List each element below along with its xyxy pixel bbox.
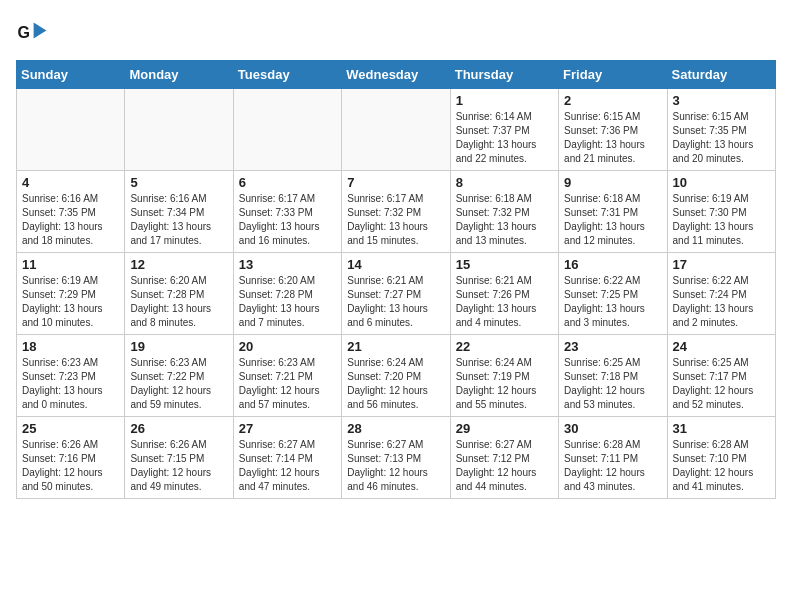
day-number: 9 (564, 175, 661, 190)
calendar-cell: 27Sunrise: 6:27 AM Sunset: 7:14 PM Dayli… (233, 417, 341, 499)
day-number: 23 (564, 339, 661, 354)
calendar-cell: 6Sunrise: 6:17 AM Sunset: 7:33 PM Daylig… (233, 171, 341, 253)
calendar-cell: 29Sunrise: 6:27 AM Sunset: 7:12 PM Dayli… (450, 417, 558, 499)
calendar-cell: 14Sunrise: 6:21 AM Sunset: 7:27 PM Dayli… (342, 253, 450, 335)
calendar-table: SundayMondayTuesdayWednesdayThursdayFrid… (16, 60, 776, 499)
day-number: 3 (673, 93, 770, 108)
day-info: Sunrise: 6:23 AM Sunset: 7:22 PM Dayligh… (130, 356, 227, 412)
day-number: 5 (130, 175, 227, 190)
day-number: 27 (239, 421, 336, 436)
day-number: 16 (564, 257, 661, 272)
calendar-cell: 7Sunrise: 6:17 AM Sunset: 7:32 PM Daylig… (342, 171, 450, 253)
day-info: Sunrise: 6:17 AM Sunset: 7:32 PM Dayligh… (347, 192, 444, 248)
day-info: Sunrise: 6:27 AM Sunset: 7:12 PM Dayligh… (456, 438, 553, 494)
day-number: 21 (347, 339, 444, 354)
calendar-cell: 17Sunrise: 6:22 AM Sunset: 7:24 PM Dayli… (667, 253, 775, 335)
header-day-friday: Friday (559, 61, 667, 89)
logo-icon: G (16, 16, 48, 48)
header-day-saturday: Saturday (667, 61, 775, 89)
calendar-cell: 16Sunrise: 6:22 AM Sunset: 7:25 PM Dayli… (559, 253, 667, 335)
day-number: 17 (673, 257, 770, 272)
day-info: Sunrise: 6:21 AM Sunset: 7:27 PM Dayligh… (347, 274, 444, 330)
day-number: 25 (22, 421, 119, 436)
day-info: Sunrise: 6:18 AM Sunset: 7:31 PM Dayligh… (564, 192, 661, 248)
calendar-cell: 3Sunrise: 6:15 AM Sunset: 7:35 PM Daylig… (667, 89, 775, 171)
day-info: Sunrise: 6:24 AM Sunset: 7:19 PM Dayligh… (456, 356, 553, 412)
calendar-cell: 28Sunrise: 6:27 AM Sunset: 7:13 PM Dayli… (342, 417, 450, 499)
header-day-wednesday: Wednesday (342, 61, 450, 89)
day-info: Sunrise: 6:20 AM Sunset: 7:28 PM Dayligh… (130, 274, 227, 330)
day-number: 28 (347, 421, 444, 436)
calendar-cell: 2Sunrise: 6:15 AM Sunset: 7:36 PM Daylig… (559, 89, 667, 171)
calendar-cell: 25Sunrise: 6:26 AM Sunset: 7:16 PM Dayli… (17, 417, 125, 499)
day-number: 30 (564, 421, 661, 436)
day-info: Sunrise: 6:26 AM Sunset: 7:15 PM Dayligh… (130, 438, 227, 494)
calendar-cell (17, 89, 125, 171)
day-info: Sunrise: 6:19 AM Sunset: 7:30 PM Dayligh… (673, 192, 770, 248)
day-number: 20 (239, 339, 336, 354)
svg-text:G: G (18, 24, 30, 41)
day-info: Sunrise: 6:19 AM Sunset: 7:29 PM Dayligh… (22, 274, 119, 330)
day-info: Sunrise: 6:21 AM Sunset: 7:26 PM Dayligh… (456, 274, 553, 330)
day-info: Sunrise: 6:22 AM Sunset: 7:24 PM Dayligh… (673, 274, 770, 330)
week-row-4: 18Sunrise: 6:23 AM Sunset: 7:23 PM Dayli… (17, 335, 776, 417)
day-info: Sunrise: 6:15 AM Sunset: 7:35 PM Dayligh… (673, 110, 770, 166)
day-number: 22 (456, 339, 553, 354)
day-number: 4 (22, 175, 119, 190)
week-row-2: 4Sunrise: 6:16 AM Sunset: 7:35 PM Daylig… (17, 171, 776, 253)
header-row: SundayMondayTuesdayWednesdayThursdayFrid… (17, 61, 776, 89)
day-info: Sunrise: 6:16 AM Sunset: 7:35 PM Dayligh… (22, 192, 119, 248)
calendar-cell: 13Sunrise: 6:20 AM Sunset: 7:28 PM Dayli… (233, 253, 341, 335)
calendar-cell: 30Sunrise: 6:28 AM Sunset: 7:11 PM Dayli… (559, 417, 667, 499)
calendar-cell: 20Sunrise: 6:23 AM Sunset: 7:21 PM Dayli… (233, 335, 341, 417)
day-info: Sunrise: 6:22 AM Sunset: 7:25 PM Dayligh… (564, 274, 661, 330)
header-day-tuesday: Tuesday (233, 61, 341, 89)
day-info: Sunrise: 6:25 AM Sunset: 7:18 PM Dayligh… (564, 356, 661, 412)
calendar-cell: 10Sunrise: 6:19 AM Sunset: 7:30 PM Dayli… (667, 171, 775, 253)
day-number: 10 (673, 175, 770, 190)
day-info: Sunrise: 6:28 AM Sunset: 7:10 PM Dayligh… (673, 438, 770, 494)
calendar-cell: 11Sunrise: 6:19 AM Sunset: 7:29 PM Dayli… (17, 253, 125, 335)
week-row-1: 1Sunrise: 6:14 AM Sunset: 7:37 PM Daylig… (17, 89, 776, 171)
day-number: 24 (673, 339, 770, 354)
day-number: 13 (239, 257, 336, 272)
calendar-cell: 8Sunrise: 6:18 AM Sunset: 7:32 PM Daylig… (450, 171, 558, 253)
day-number: 31 (673, 421, 770, 436)
day-number: 11 (22, 257, 119, 272)
header-day-thursday: Thursday (450, 61, 558, 89)
day-info: Sunrise: 6:17 AM Sunset: 7:33 PM Dayligh… (239, 192, 336, 248)
calendar-cell: 15Sunrise: 6:21 AM Sunset: 7:26 PM Dayli… (450, 253, 558, 335)
day-info: Sunrise: 6:24 AM Sunset: 7:20 PM Dayligh… (347, 356, 444, 412)
day-number: 26 (130, 421, 227, 436)
day-info: Sunrise: 6:18 AM Sunset: 7:32 PM Dayligh… (456, 192, 553, 248)
day-info: Sunrise: 6:20 AM Sunset: 7:28 PM Dayligh… (239, 274, 336, 330)
header-day-monday: Monday (125, 61, 233, 89)
day-number: 29 (456, 421, 553, 436)
day-info: Sunrise: 6:23 AM Sunset: 7:21 PM Dayligh… (239, 356, 336, 412)
day-info: Sunrise: 6:25 AM Sunset: 7:17 PM Dayligh… (673, 356, 770, 412)
day-number: 7 (347, 175, 444, 190)
day-number: 2 (564, 93, 661, 108)
day-info: Sunrise: 6:14 AM Sunset: 7:37 PM Dayligh… (456, 110, 553, 166)
page-header: G (16, 16, 776, 48)
week-row-5: 25Sunrise: 6:26 AM Sunset: 7:16 PM Dayli… (17, 417, 776, 499)
day-number: 6 (239, 175, 336, 190)
day-info: Sunrise: 6:23 AM Sunset: 7:23 PM Dayligh… (22, 356, 119, 412)
calendar-cell: 22Sunrise: 6:24 AM Sunset: 7:19 PM Dayli… (450, 335, 558, 417)
day-info: Sunrise: 6:16 AM Sunset: 7:34 PM Dayligh… (130, 192, 227, 248)
svg-marker-1 (34, 22, 47, 38)
week-row-3: 11Sunrise: 6:19 AM Sunset: 7:29 PM Dayli… (17, 253, 776, 335)
day-number: 12 (130, 257, 227, 272)
day-number: 1 (456, 93, 553, 108)
calendar-cell: 21Sunrise: 6:24 AM Sunset: 7:20 PM Dayli… (342, 335, 450, 417)
calendar-cell: 1Sunrise: 6:14 AM Sunset: 7:37 PM Daylig… (450, 89, 558, 171)
day-number: 19 (130, 339, 227, 354)
logo: G (16, 16, 54, 48)
calendar-cell: 18Sunrise: 6:23 AM Sunset: 7:23 PM Dayli… (17, 335, 125, 417)
calendar-cell: 9Sunrise: 6:18 AM Sunset: 7:31 PM Daylig… (559, 171, 667, 253)
day-info: Sunrise: 6:28 AM Sunset: 7:11 PM Dayligh… (564, 438, 661, 494)
calendar-cell: 23Sunrise: 6:25 AM Sunset: 7:18 PM Dayli… (559, 335, 667, 417)
day-info: Sunrise: 6:26 AM Sunset: 7:16 PM Dayligh… (22, 438, 119, 494)
header-day-sunday: Sunday (17, 61, 125, 89)
calendar-cell: 26Sunrise: 6:26 AM Sunset: 7:15 PM Dayli… (125, 417, 233, 499)
